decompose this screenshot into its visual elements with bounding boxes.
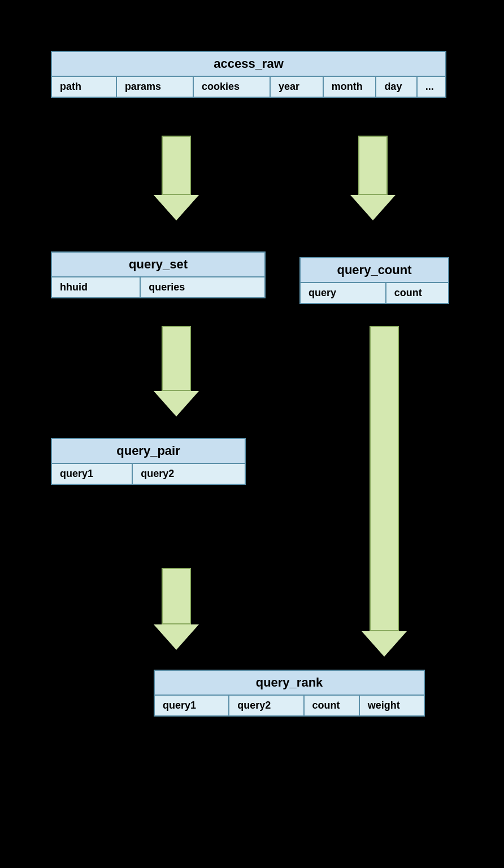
col-weight-rank: weight [360, 696, 424, 715]
table-query-set-title: query_set [52, 253, 264, 277]
col-query1-rank: query1 [155, 696, 229, 715]
arrow-to-query-pair [154, 326, 199, 416]
table-query-count-cols: query count [301, 283, 448, 303]
table-access-raw-cols: path params cookies year month day ... [52, 77, 445, 97]
col-query2: query2 [133, 464, 245, 484]
col-hhuid: hhuid [52, 277, 141, 297]
col-query1: query1 [52, 464, 133, 484]
table-query-rank: query_rank query1 query2 count weight [154, 670, 425, 717]
col-month: month [324, 77, 377, 97]
table-query-set-cols: hhuid queries [52, 277, 264, 297]
table-access-raw-title: access_raw [52, 52, 445, 77]
col-query: query [301, 283, 386, 303]
col-year: year [271, 77, 324, 97]
table-query-count-title: query_count [301, 258, 448, 283]
col-params: params [117, 77, 194, 97]
arrow-to-query-count [350, 136, 396, 220]
col-count: count [386, 283, 448, 303]
table-query-rank-cols: query1 query2 count weight [155, 696, 424, 715]
col-cookies: cookies [194, 77, 271, 97]
table-query-rank-title: query_rank [155, 671, 424, 696]
arrow-to-query-rank [154, 568, 199, 650]
col-query2-rank: query2 [229, 696, 304, 715]
table-query-pair: query_pair query1 query2 [51, 438, 246, 485]
diagram-container: access_raw path params cookies year mont… [0, 0, 504, 868]
table-query-pair-cols: query1 query2 [52, 464, 245, 484]
table-query-count: query_count query count [299, 257, 449, 304]
col-queries: queries [141, 277, 264, 297]
arrow-to-query-set [154, 136, 199, 220]
col-ellipsis: ... [418, 77, 445, 97]
col-count-rank: count [305, 696, 360, 715]
arrow-long-down [362, 326, 407, 657]
col-path: path [52, 77, 117, 97]
table-query-set: query_set hhuid queries [51, 251, 266, 298]
table-access-raw: access_raw path params cookies year mont… [51, 51, 446, 98]
col-day: day [376, 77, 417, 97]
table-query-pair-title: query_pair [52, 439, 245, 464]
